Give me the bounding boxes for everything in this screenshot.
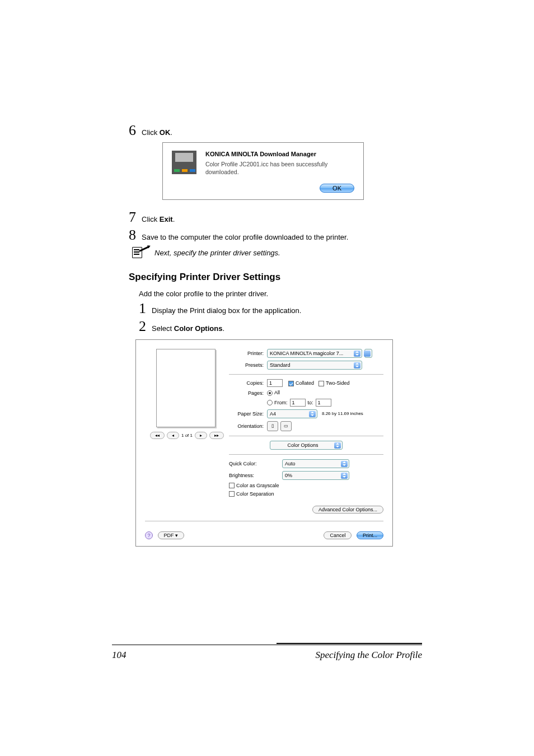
note-text: Next, specify the printer driver setting…	[154, 249, 280, 257]
step-number: 1	[139, 301, 146, 316]
printer-info-button[interactable]: ▲	[364, 349, 372, 358]
step-6: 6 Click OK.	[129, 123, 422, 138]
cancel-button[interactable]: Cancel	[324, 531, 352, 539]
step-text: Select Color Options.	[152, 324, 224, 333]
download-manager-dialog: KONICA MINOLTA Download Manager Color Pr…	[162, 142, 364, 200]
landscape-button[interactable]: ▭	[280, 421, 292, 431]
pages-to-input[interactable]	[316, 399, 331, 407]
divider	[145, 521, 383, 521]
separation-checkbox[interactable]	[229, 491, 235, 497]
collated-label: Collated	[296, 380, 314, 386]
preview-nav: ◂◂ ◂ 1 of 1 ▸ ▸▸	[145, 432, 229, 439]
step-text: Save to the computer the color profile d…	[142, 233, 348, 241]
quick-color-select[interactable]: Auto	[282, 459, 349, 468]
dialog-title: KONICA MINOLTA Download Manager	[205, 151, 354, 157]
pages-all-label: All	[274, 390, 280, 395]
grayscale-checkbox[interactable]	[229, 483, 235, 488]
section-heading: Specifying Printer Driver Settings	[129, 272, 422, 283]
page-footer: 104 Specifying the Color Profile	[112, 645, 422, 661]
intro-text: Add the color profile to the printer dri…	[139, 290, 422, 298]
print-button[interactable]: Print...	[357, 531, 383, 539]
paper-size-label: Paper Size:	[229, 411, 264, 417]
step-text: Click OK.	[142, 128, 172, 137]
printer-select[interactable]: KONICA MINOLTA magicolor 7...	[267, 349, 362, 358]
help-button[interactable]: ?	[145, 531, 153, 539]
pdf-button[interactable]: PDF ▾	[158, 531, 185, 539]
paper-size-select[interactable]: A4	[267, 409, 317, 418]
step-text: Click Exit.	[142, 215, 175, 223]
orientation-label: Orientation:	[229, 423, 264, 429]
step-number: 8	[129, 228, 136, 242]
step-8: 8 Save to the computer the color profile…	[129, 228, 422, 242]
print-preview	[156, 349, 216, 427]
step2-1: 1 Display the Print dialog box for the a…	[139, 301, 422, 316]
printer-icon	[172, 151, 205, 176]
pages-from-radio[interactable]	[267, 400, 273, 405]
dialog-message: Color Profile JC2001.icc has been succes…	[205, 161, 354, 176]
quick-color-label: Quick Color:	[229, 461, 282, 466]
portrait-icon: ▯	[271, 423, 274, 428]
copies-input[interactable]	[267, 379, 283, 387]
presets-select[interactable]: Standard	[267, 361, 362, 370]
step-number: 2	[139, 319, 146, 334]
last-page-button[interactable]: ▸▸	[209, 432, 224, 439]
step-number: 6	[129, 123, 136, 138]
landscape-icon: ▭	[284, 423, 288, 428]
ok-button[interactable]: OK	[320, 184, 354, 193]
two-sided-label: Two-Sided	[326, 380, 350, 386]
pages-label: Pages:	[229, 390, 264, 396]
pages-from-label: From:	[274, 400, 288, 405]
footer-accent	[277, 643, 422, 644]
divider	[229, 436, 383, 436]
collated-checkbox[interactable]	[288, 381, 294, 386]
step-number: 7	[129, 210, 136, 225]
presets-label: Presets:	[229, 362, 264, 368]
note: Next, specify the printer driver setting…	[132, 247, 422, 258]
step2-2: 2 Select Color Options.	[139, 319, 422, 334]
pages-from-input[interactable]	[290, 399, 306, 407]
first-page-button[interactable]: ◂◂	[150, 432, 165, 439]
next-page-button[interactable]: ▸	[195, 432, 207, 439]
prev-page-button[interactable]: ◂	[167, 432, 179, 439]
pages-all-radio[interactable]	[267, 390, 273, 396]
printer-label: Printer:	[229, 351, 264, 356]
page-number: 104	[112, 650, 127, 661]
divider	[229, 454, 383, 455]
divider	[229, 374, 383, 375]
note-icon	[132, 247, 150, 258]
grayscale-label: Color as Grayscale	[236, 483, 279, 488]
copies-label: Copies:	[229, 380, 264, 386]
two-sided-checkbox[interactable]	[318, 381, 324, 386]
separation-label: Color Separation	[236, 491, 274, 497]
brightness-select[interactable]: 0%	[282, 471, 349, 480]
paper-size-dim: 8.26 by 11.69 inches	[322, 411, 363, 416]
print-dialog: ◂◂ ◂ 1 of 1 ▸ ▸▸ Printer: KONICA MINOLTA…	[135, 339, 393, 547]
footer-title: Specifying the Color Profile	[315, 650, 422, 661]
step-7: 7 Click Exit.	[129, 210, 422, 225]
panel-select[interactable]: Color Options	[270, 441, 343, 450]
advanced-color-button[interactable]: Advanced Color Options...	[312, 506, 383, 514]
brightness-label: Brightness:	[229, 473, 282, 478]
portrait-button[interactable]: ▯	[267, 421, 278, 431]
pages-to-label: to:	[308, 400, 313, 405]
page-indicator: 1 of 1	[181, 433, 193, 438]
step-text: Display the Print dialog box for the app…	[152, 306, 301, 315]
